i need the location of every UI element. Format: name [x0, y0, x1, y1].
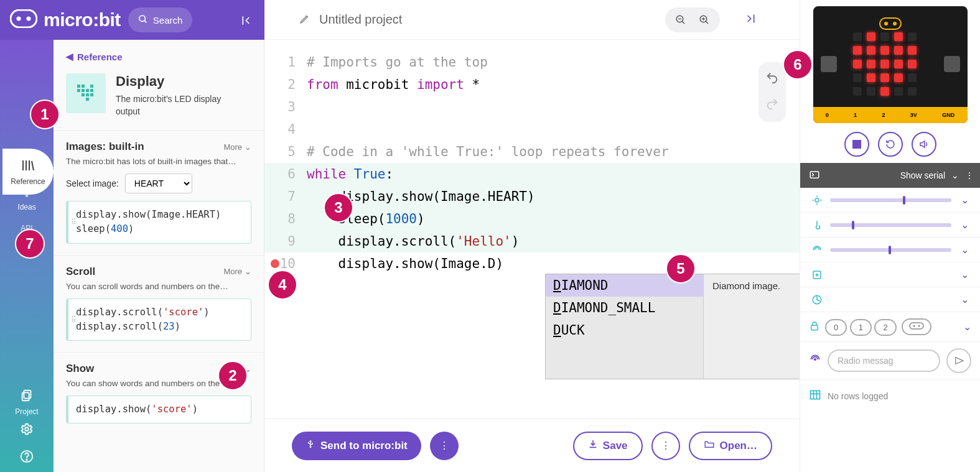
pin-pill[interactable]: 1: [850, 319, 872, 336]
sensor-icon: [810, 244, 824, 256]
chevron-down-icon[interactable]: ⌄: [958, 194, 971, 206]
error-marker-icon[interactable]: [271, 259, 279, 268]
serial-bar[interactable]: Show serial⌄⋮: [800, 163, 980, 188]
brand-icon: [10, 9, 37, 30]
svg-point-12: [25, 427, 29, 431]
editor-footer: Send to micro:bit ⋮ Save ⋮ Open…: [264, 419, 800, 472]
simulator-board[interactable]: 0123VGND: [813, 6, 968, 123]
led-cell: [853, 73, 862, 82]
sim-sensor-row: ⌄: [800, 238, 980, 262]
annotation-badge-1: 1: [30, 99, 60, 129]
code-snippet-images[interactable]: ⠿ display.show(Image.HEART) sleep(400): [66, 201, 251, 244]
code-editor[interactable]: 1# Imports go at the top 2from microbit …: [264, 40, 800, 297]
led-cell: [880, 32, 889, 41]
radio-icon: [809, 353, 821, 368]
autocomplete-item[interactable]: DIAMOND_SMALL: [546, 297, 703, 319]
svg-rect-38: [810, 171, 819, 178]
rail-label: Project: [15, 407, 38, 416]
sim-button-a[interactable]: [821, 56, 837, 72]
led-cell: [867, 60, 875, 68]
autocomplete-item[interactable]: DUCK: [546, 319, 703, 341]
open-button[interactable]: Open…: [689, 432, 772, 460]
section-images: Images: built-in More⌄ The micro:bit has…: [54, 130, 264, 255]
svg-rect-20: [86, 89, 89, 92]
code-snippet-scroll[interactable]: ⠿ display.scroll('score') display.scroll…: [66, 298, 251, 341]
radio-send-button[interactable]: [946, 348, 971, 373]
annotation-badge-4: 4: [268, 270, 297, 300]
search-input[interactable]: Search: [128, 7, 193, 32]
code-line: display.show(Image.HEART): [76, 208, 243, 222]
code-line: display.scroll('score'): [76, 305, 243, 320]
save-menu-button[interactable]: ⋮: [651, 432, 680, 460]
sim-button-b[interactable]: [944, 56, 960, 72]
chevron-down-icon[interactable]: ⌄: [958, 219, 971, 231]
section-desc: You can scroll words and numbers on the…: [66, 282, 251, 291]
collapse-sidebar-button[interactable]: [236, 9, 258, 32]
led-cell: [908, 46, 917, 55]
svg-point-45: [816, 274, 818, 275]
simulator-panel: 0123VGND Show serial⌄⋮ ⌄⌄⌄⌄⌄ 0 1 2 ⌄ Rad…: [800, 0, 980, 472]
top-bar: micro:bit Search: [0, 0, 264, 40]
svg-line-9: [32, 161, 34, 170]
open-label: Open…: [720, 440, 757, 452]
zoom-in-button[interactable]: [693, 9, 716, 31]
chevron-down-icon: ⌄: [245, 142, 251, 152]
sim-pins-edge[interactable]: 0123VGND: [813, 107, 968, 123]
chevron-down-icon[interactable]: ⌄: [958, 269, 971, 280]
help-icon[interactable]: [20, 450, 34, 466]
back-to-reference[interactable]: ◀ Reference: [54, 40, 264, 68]
rail-item-project[interactable]: Project: [0, 381, 54, 422]
sensor-slider[interactable]: [830, 223, 951, 227]
save-button[interactable]: Save: [573, 432, 643, 460]
rail-item-reference[interactable]: Reference: [2, 149, 54, 195]
svg-marker-52: [956, 358, 963, 364]
pin-pill[interactable]: 0: [825, 319, 847, 336]
folder-open-icon: [704, 438, 715, 453]
microbit-face-icon: [879, 17, 902, 30]
serial-menu-button[interactable]: ⋮: [965, 170, 974, 180]
svg-point-3: [139, 16, 145, 21]
redo-button[interactable]: [765, 92, 779, 118]
pin-logo-pill[interactable]: [902, 318, 931, 335]
pin-pill[interactable]: 2: [874, 319, 896, 336]
sim-stop-button[interactable]: [844, 132, 869, 157]
led-display: [853, 32, 928, 97]
undo-button[interactable]: [765, 66, 779, 92]
lock-icon: [809, 320, 820, 334]
led-cell: [894, 46, 903, 55]
send-menu-button[interactable]: ⋮: [430, 432, 459, 460]
project-title-input[interactable]: Untitled project: [319, 12, 656, 27]
send-label: Send to micro:bit: [320, 440, 408, 452]
sim-audio-button[interactable]: [912, 132, 936, 157]
search-icon: [138, 14, 148, 26]
edit-icon[interactable]: [299, 13, 310, 27]
select-image-dropdown[interactable]: HEART: [125, 174, 192, 193]
led-cell: [908, 60, 917, 68]
files-icon: [19, 387, 35, 404]
chevron-down-icon[interactable]: ⌄: [958, 244, 971, 256]
chevron-down-icon[interactable]: ⌄: [963, 321, 971, 333]
zoom-out-button[interactable]: [669, 9, 693, 31]
code-snippet-show[interactable]: display.show('score'): [66, 396, 251, 423]
annotation-badge-5: 5: [666, 254, 696, 284]
section-more-button[interactable]: More⌄: [223, 142, 251, 152]
expand-simulator-button[interactable]: [744, 12, 756, 27]
svg-line-27: [682, 21, 684, 24]
autocomplete-list[interactable]: DIAMONDDIAMOND_SMALLDUCK: [546, 274, 704, 379]
sim-restart-button[interactable]: [878, 132, 903, 157]
send-to-microbit-button[interactable]: Send to micro:bit: [292, 432, 421, 460]
sensor-slider[interactable]: [830, 198, 951, 202]
section-more-button[interactable]: More⌄: [223, 267, 251, 276]
svg-rect-0: [11, 10, 37, 27]
sim-datalog-row[interactable]: No rows logged: [800, 380, 980, 412]
reference-subtitle: The micro:bit's LED display output: [116, 93, 240, 118]
chevron-down-icon[interactable]: ⌄: [958, 294, 971, 305]
drag-handle-icon[interactable]: ⠿: [71, 314, 77, 325]
display-thumb-icon: [66, 73, 106, 113]
radio-message-input[interactable]: Radio messag: [828, 349, 940, 372]
drag-handle-icon[interactable]: ⠿: [71, 216, 77, 228]
reference-title: Display: [116, 73, 240, 90]
sensor-slider[interactable]: [830, 248, 951, 252]
download-icon: [588, 439, 598, 452]
settings-icon[interactable]: [20, 422, 34, 438]
